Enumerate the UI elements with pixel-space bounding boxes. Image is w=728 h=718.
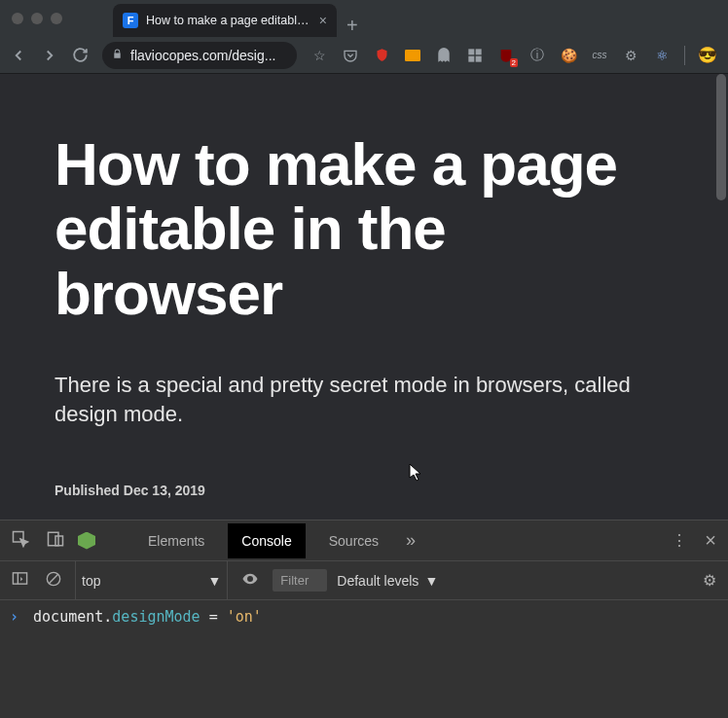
mail-icon[interactable] [404, 47, 421, 64]
code-token: 'on' [227, 608, 262, 626]
svg-line-11 [49, 574, 57, 583]
browser-tabs: F How to make a page editable in × + [113, 0, 368, 37]
ublock-icon[interactable]: 2 [497, 47, 515, 64]
node-icon[interactable] [78, 532, 95, 550]
toolbar-divider [684, 46, 685, 65]
code-token: . [103, 608, 112, 626]
traffic-zoom[interactable] [51, 13, 62, 24]
traffic-minimize[interactable] [31, 13, 43, 24]
code-token: document [33, 608, 103, 626]
tab-console[interactable]: Console [228, 523, 305, 558]
info-icon[interactable]: ⓘ [528, 47, 546, 64]
lock-icon [112, 49, 123, 62]
extensions-row: ☆ 2 ⓘ 🍪 css ⚙ ⚛ 😎 [310, 46, 728, 65]
device-toggle-icon[interactable] [43, 530, 68, 552]
forward-button[interactable] [41, 47, 58, 64]
tab-title: How to make a page editable in [146, 14, 311, 27]
console-filter-input[interactable]: Filter [273, 569, 327, 592]
grid-icon[interactable] [466, 47, 484, 64]
traffic-lights [12, 13, 62, 24]
bookmark-star-icon[interactable]: ☆ [310, 47, 328, 64]
inspect-icon[interactable] [8, 530, 33, 552]
reload-button[interactable] [72, 47, 89, 63]
more-tabs-icon[interactable]: » [402, 530, 419, 551]
chevron-down-icon: ▼ [207, 573, 221, 589]
devtools-menu-icon[interactable]: ⋮ [668, 531, 691, 550]
devtools-close-icon[interactable]: × [701, 529, 720, 552]
levels-label: Default levels [337, 573, 419, 589]
console-settings-icon[interactable]: ⚙ [699, 571, 720, 590]
page-content: How to make a page editable in the brows… [0, 74, 728, 520]
svg-rect-3 [468, 55, 474, 61]
svg-rect-4 [476, 55, 482, 61]
scrollbar-thumb[interactable] [716, 74, 726, 200]
back-button[interactable] [10, 47, 27, 64]
tab-close-icon[interactable]: × [319, 13, 327, 28]
code-token: designMode [112, 608, 200, 626]
article-lead: There is a special and pretty secret mod… [55, 371, 673, 428]
new-tab-button[interactable]: + [337, 15, 368, 37]
console-filterbar: top ▼ Filter Default levels ▼ ⚙ [0, 561, 728, 600]
mouse-cursor-icon [409, 463, 424, 487]
page-title: How to make a page editable in the brows… [55, 132, 673, 326]
devtools-tabbar: Elements Console Sources » ⋮ × [0, 521, 728, 561]
page-scrollbar[interactable] [714, 74, 728, 520]
url-text: flaviocopes.com/desig... [130, 48, 287, 63]
tab-sources[interactable]: Sources [315, 523, 392, 558]
article: How to make a page editable in the brows… [0, 74, 728, 518]
chevron-down-icon: ▼ [424, 573, 438, 589]
log-levels-select[interactable]: Default levels ▼ [337, 573, 438, 589]
shield-icon[interactable] [373, 47, 390, 64]
pocket-icon[interactable] [342, 47, 359, 64]
context-label: top [82, 573, 100, 589]
live-expression-icon[interactable] [237, 570, 263, 592]
traffic-close[interactable] [12, 13, 23, 24]
tab-elements[interactable]: Elements [134, 523, 218, 558]
prompt-caret-icon: › [10, 608, 18, 626]
code-token: = [200, 608, 227, 626]
address-bar[interactable]: flaviocopes.com/desig... [102, 42, 297, 69]
console-sidebar-icon[interactable] [8, 570, 32, 591]
svg-rect-2 [476, 49, 482, 54]
devtools-panel: Elements Console Sources » ⋮ × top ▼ Fil… [0, 520, 728, 718]
favicon-icon: F [123, 13, 138, 28]
execution-context-select[interactable]: top ▼ [75, 561, 228, 599]
gear-icon[interactable]: ⚙ [622, 47, 639, 64]
face-icon[interactable]: 😎 [699, 47, 716, 64]
window-titlebar: F How to make a page editable in × + [0, 0, 728, 37]
clear-console-icon[interactable] [42, 571, 65, 591]
browser-tab-active[interactable]: F How to make a page editable in × [113, 4, 337, 37]
console-body[interactable]: › document.designMode = 'on' [0, 600, 728, 633]
browser-toolbar: flaviocopes.com/desig... ☆ 2 ⓘ 🍪 css ⚙ ⚛… [0, 37, 728, 74]
published-date: Published Dec 13, 2019 [55, 483, 673, 498]
svg-rect-6 [49, 532, 59, 546]
svg-rect-8 [13, 573, 26, 584]
svg-rect-1 [468, 49, 474, 54]
svg-rect-0 [405, 50, 420, 61]
ublock-badge: 2 [510, 58, 518, 67]
ghost-icon[interactable] [435, 47, 453, 64]
react-icon[interactable]: ⚛ [653, 47, 671, 64]
cookie-icon[interactable]: 🍪 [560, 47, 577, 64]
css-icon[interactable]: css [591, 47, 608, 64]
